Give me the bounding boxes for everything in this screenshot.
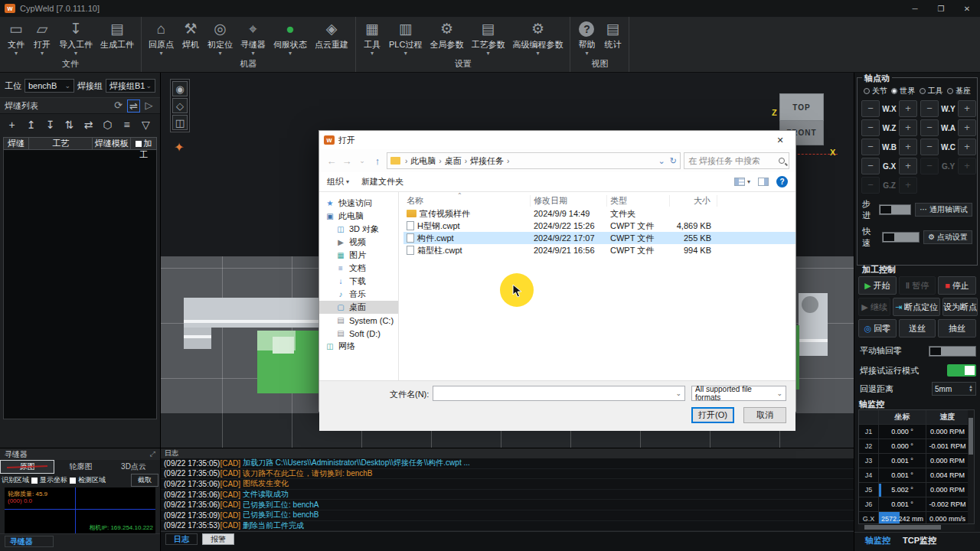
sidebar-item-network[interactable]: ◫网络 [319, 340, 398, 353]
file-row-selected[interactable]: 构件.cwpt 2024/9/22 17:07CWPT 文件255 KB [403, 232, 795, 244]
jog-minus-wa[interactable]: − [920, 119, 939, 136]
tab-tcp-monitor[interactable]: TCP监控 [898, 533, 941, 548]
seam-finder-button[interactable]: ⌖寻缝器▾ [237, 18, 270, 57]
col-seam[interactable]: 焊缝 [3, 137, 29, 150]
jog-minus-gz[interactable]: − [861, 177, 880, 194]
col-type[interactable]: 类型 [607, 195, 670, 207]
capture-button[interactable]: 截取 [131, 474, 158, 487]
plc-process-button[interactable]: ▥PLC过程▾ [385, 18, 426, 57]
pointcloud-rebuild-button[interactable]: ◈点云重建 [311, 18, 352, 57]
retreat-distance-spinner[interactable]: 5mm ▲▼ [932, 382, 976, 396]
open-button[interactable]: ▱打开▾ [29, 18, 55, 57]
table-vertical-scrollbar[interactable] [968, 410, 974, 524]
tab-seam-finder[interactable]: 寻缝器 [5, 536, 54, 547]
hexagon-settings-icon[interactable]: ⬡ [99, 117, 116, 132]
wire-retract-button[interactable]: 抽丝 [938, 319, 976, 337]
start-button[interactable]: ▶开始 [858, 276, 897, 295]
move-bottom-icon[interactable]: ↧ [41, 117, 59, 132]
jog-plus-gx[interactable]: + [899, 158, 917, 174]
weld-group-select[interactable]: 焊接组B1⌄ [106, 79, 155, 93]
close-icon[interactable]: ✕ [954, 5, 980, 13]
forward-icon[interactable]: → [341, 155, 353, 167]
col-machining[interactable]: 加工 [131, 137, 157, 150]
tab-3d-pointcloud[interactable]: 3D点云 [107, 461, 160, 472]
workpiece-green-section[interactable] [257, 331, 318, 393]
workpiece-beam[interactable] [184, 298, 322, 328]
minimize-icon[interactable]: ─ [902, 5, 928, 13]
tab-contour[interactable]: 轮廓图 [54, 461, 107, 472]
add-seam-icon[interactable]: + [3, 117, 21, 132]
station-select[interactable]: benchB⌄ [24, 79, 74, 93]
open-confirm-button[interactable]: 打开(O) [691, 407, 734, 423]
breadcrumb-this-pc[interactable]: 此电脑 [410, 155, 436, 167]
sort-icon[interactable]: ⇅ [60, 117, 78, 132]
refresh-icon[interactable]: ⟳ [112, 99, 125, 112]
jog-plus-wa[interactable]: + [958, 119, 976, 136]
import-workpiece-button[interactable]: ↧导入工件▾ [55, 18, 96, 57]
jog-minus-wc[interactable]: − [920, 139, 939, 155]
breadcrumb[interactable]: › 此电脑 › 桌面 › 焊接任务 › ⌄ ↻ [387, 152, 681, 169]
home-origin-button[interactable]: ⌂回原点▾ [145, 18, 178, 57]
jog-plus-wc[interactable]: + [958, 139, 976, 155]
sidebar-item-documents[interactable]: ≡文档 [319, 262, 398, 275]
advanced-programming-params-button[interactable]: ⚙高级编程参数▾ [508, 18, 567, 57]
search-input[interactable]: 在 焊接任务 中搜索 [684, 152, 789, 169]
mode-joint[interactable]: 关节 [864, 86, 887, 96]
mode-base[interactable]: 基座 [947, 86, 971, 96]
file-type-select[interactable]: All supported file formats⌄ [691, 386, 786, 401]
restore-icon[interactable]: ❐ [928, 5, 954, 13]
seam-table-body[interactable] [3, 150, 157, 419]
file-row[interactable]: 箱型柱.cwpt 2024/9/21 16:56CWPT 文件994 KB [403, 244, 795, 256]
resume-button[interactable]: ▶继续 [858, 298, 890, 316]
col-date-modified[interactable]: 修改日期 [531, 195, 607, 207]
table-horizontal-scrollbar[interactable] [858, 524, 975, 530]
sidebar-item-this-pc[interactable]: ▣此电脑 [319, 210, 398, 223]
jog-plus-gz[interactable]: + [899, 177, 917, 194]
workpiece-step[interactable] [184, 328, 211, 349]
filename-input[interactable]: ⌄ [433, 386, 685, 401]
col-name[interactable]: 名称⌃ [403, 195, 531, 207]
initial-position-button[interactable]: ◎初定位▾ [204, 18, 237, 57]
dialog-title-bar[interactable]: w 打开 ✕ [319, 131, 795, 149]
back-icon[interactable]: ← [325, 155, 338, 167]
sidebar-item-pictures[interactable]: ▦图片 [319, 249, 398, 262]
sidebar-item-quick-access[interactable]: ★快速访问 [319, 197, 398, 210]
breadcrumb-desktop[interactable]: 桌面 [445, 155, 462, 167]
show-coords-checkbox[interactable] [31, 478, 38, 484]
camera-preview[interactable]: 轮廓质量: 45.9 (000) 0.0 相机IP: 169.254.10.22… [5, 487, 155, 533]
torch-icon[interactable]: ✦ [170, 139, 188, 157]
renumber-icon[interactable]: ⇄ [80, 117, 97, 132]
tab-axis-monitor[interactable]: 轴监控 [861, 533, 895, 548]
columns-icon[interactable]: ≡ [118, 117, 136, 132]
move-top-icon[interactable]: ↥ [22, 117, 40, 132]
cancel-button[interactable]: 取消 [743, 407, 786, 423]
jog-plus-wz[interactable]: + [899, 119, 917, 136]
col-size[interactable]: 大小 [670, 195, 717, 207]
global-params-button[interactable]: ⚙全局参数 [426, 18, 467, 57]
file-row[interactable]: H型钢.cwpt 2024/9/22 15:26CWPT 文件4,869 KB [403, 220, 795, 232]
expand-icon[interactable]: ⤢ [150, 450, 155, 458]
sidebar-item-soft-d[interactable]: ▤Soft (D:) [319, 327, 398, 340]
jog-plus-wy[interactable]: + [958, 100, 976, 117]
process-params-button[interactable]: ▤工艺参数▾ [467, 18, 508, 57]
sidebar-item-3d-objects[interactable]: ◫3D 对象 [319, 223, 398, 236]
address-dropdown-icon[interactable]: ⌄ [658, 156, 665, 166]
jog-plus-wx[interactable]: + [899, 100, 917, 117]
close-icon[interactable]: ✕ [765, 131, 795, 149]
sidebar-item-system-c[interactable]: ▤System (C:) [319, 314, 398, 327]
tab-log[interactable]: 日志 [165, 533, 198, 545]
jog-minus-wy[interactable]: − [920, 100, 939, 117]
tools-button[interactable]: ▦工具▾ [359, 18, 385, 57]
jog-plus-gy[interactable]: + [958, 158, 976, 174]
statistics-button[interactable]: ▤统计 [599, 18, 626, 57]
pause-button[interactable]: Ⅱ暂停 [899, 276, 936, 295]
sidebar-item-desktop[interactable]: ▢桌面 [319, 301, 398, 314]
tab-raw-image[interactable]: 原图 [0, 460, 54, 474]
jog-minus-gy[interactable]: − [920, 158, 939, 174]
preview-pane-icon[interactable] [758, 178, 769, 186]
sync-icon[interactable]: ⇌ [127, 99, 140, 112]
jog-minus-gx[interactable]: − [861, 158, 880, 174]
jog-plus-wb[interactable]: + [899, 139, 917, 155]
machining-checkbox[interactable] [136, 141, 142, 147]
detect-area-checkbox[interactable] [70, 478, 76, 484]
